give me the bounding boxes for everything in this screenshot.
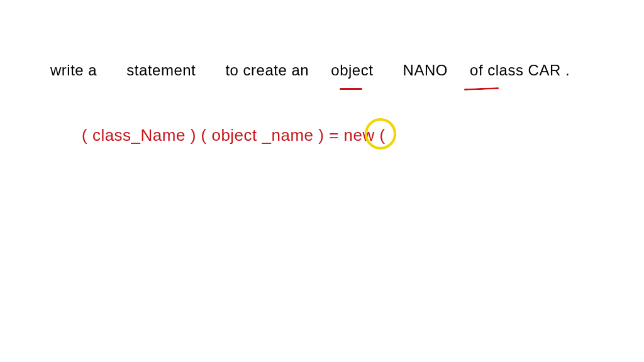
underline-object <box>340 88 362 90</box>
syntax-text: ( class_Name ) ( object _name ) = new ( <box>82 126 386 145</box>
syntax-line: ( class_Name ) ( object _name ) = new ( <box>82 126 386 145</box>
q-word: write a <box>50 62 97 79</box>
q-word-class: of class CAR . <box>470 62 570 79</box>
highlight-circle-icon <box>365 118 396 150</box>
underline-of-class <box>464 87 499 90</box>
q-word: statement <box>126 62 196 79</box>
q-word: to create an <box>225 62 309 79</box>
question-line: write a statement to create an object NA… <box>50 62 594 79</box>
whiteboard-canvas: write a statement to create an object NA… <box>0 0 644 362</box>
q-word-object: object <box>331 62 373 79</box>
q-word-nano: NANO <box>403 62 448 79</box>
